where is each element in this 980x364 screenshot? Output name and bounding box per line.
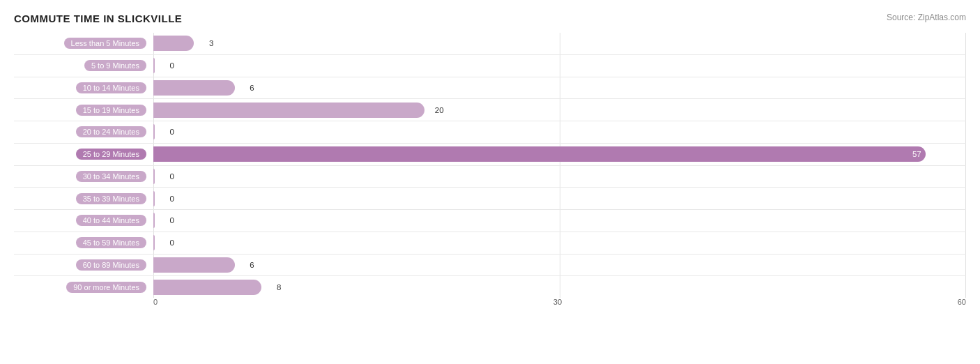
row-label-pill: 40 to 44 Minutes [76, 215, 146, 226]
bar: 3 [153, 36, 194, 51]
chart-body: Less than 5 Minutes35 to 9 Minutes010 to… [14, 33, 966, 314]
bar-value-label: 0 [170, 195, 174, 203]
bar-area: 0 [153, 190, 966, 207]
bar-area: 6 [153, 257, 966, 274]
bar-area: 8 [153, 278, 966, 296]
bar-area: 57 [153, 146, 966, 163]
bar-row: 35 to 39 Minutes0 [14, 188, 966, 210]
bar-row: 30 to 34 Minutes0 [14, 166, 966, 188]
row-label-pill: 30 to 34 Minutes [76, 171, 146, 182]
bar-area: 0 [153, 168, 966, 185]
bar: 0 [153, 169, 155, 184]
chart-header: COMMUTE TIME IN SLICKVILLE Source: ZipAt… [14, 13, 966, 24]
row-label-pill: 35 to 39 Minutes [76, 193, 146, 204]
bar: 0 [153, 124, 155, 139]
rows-area: Less than 5 Minutes35 to 9 Minutes010 to… [14, 33, 966, 298]
row-label-pill: 5 to 9 Minutes [84, 60, 146, 71]
row-label-pill: 90 or more Minutes [66, 282, 146, 293]
label-col: 25 to 29 Minutes [14, 149, 153, 160]
bar-value-label: 57 [912, 150, 921, 158]
bar: 8 [153, 280, 261, 295]
bar: 20 [153, 103, 424, 118]
bar-row: 25 to 29 Minutes57 [14, 144, 966, 166]
bar: 6 [153, 80, 235, 96]
label-col: 60 to 89 Minutes [14, 259, 153, 271]
bar-row: 20 to 24 Minutes0 [14, 121, 966, 144]
bar-row: 15 to 19 Minutes20 [14, 99, 966, 121]
bar-row: 5 to 9 Minutes0 [14, 55, 966, 77]
bar-value-label: 6 [250, 261, 254, 269]
bar-value-label: 0 [170, 61, 174, 70]
bar-area: 0 [153, 57, 966, 75]
chart-container: COMMUTE TIME IN SLICKVILLE Source: ZipAt… [0, 0, 980, 364]
bar-row: 60 to 89 Minutes6 [14, 255, 966, 277]
bar-area: 20 [153, 101, 966, 119]
row-label-pill: 45 to 59 Minutes [76, 237, 146, 248]
bar-row: 45 to 59 Minutes0 [14, 232, 966, 255]
label-col: 35 to 39 Minutes [14, 193, 153, 204]
label-col: 90 or more Minutes [14, 282, 153, 293]
chart-source: Source: ZipAtlas.com [887, 13, 966, 22]
label-col: 10 to 14 Minutes [14, 82, 153, 93]
bar-value-label: 0 [170, 172, 174, 181]
row-label-pill: 20 to 24 Minutes [76, 126, 146, 137]
bar-value-label: 20 [435, 106, 444, 114]
bar: 6 [153, 257, 235, 273]
bar-area: 0 [153, 234, 966, 252]
label-col: Less than 5 Minutes [14, 38, 153, 49]
bar: 0 [153, 235, 155, 250]
label-col: 15 to 19 Minutes [14, 105, 153, 116]
chart-title: COMMUTE TIME IN SLICKVILLE [14, 13, 182, 24]
bar-row: 40 to 44 Minutes0 [14, 210, 966, 232]
row-label-pill: 25 to 29 Minutes [76, 149, 146, 160]
bar-row: Less than 5 Minutes3 [14, 33, 966, 55]
row-label-pill: 15 to 19 Minutes [76, 105, 146, 116]
bar-value-label: 0 [170, 216, 174, 225]
bar-value-label: 0 [170, 128, 174, 136]
label-col: 30 to 34 Minutes [14, 171, 153, 182]
bar: 0 [153, 191, 155, 206]
bar-area: 3 [153, 35, 966, 52]
bar-area: 0 [153, 212, 966, 229]
bar-value-label: 6 [250, 84, 254, 92]
bar-value-label: 8 [277, 283, 281, 291]
row-label-pill: Less than 5 Minutes [64, 38, 146, 49]
bar-row: 10 to 14 Minutes6 [14, 77, 966, 100]
bar-value-label: 3 [209, 39, 213, 47]
x-axis-label: 60 [958, 298, 966, 306]
bar-area: 0 [153, 123, 966, 141]
row-label-pill: 10 to 14 Minutes [76, 82, 146, 93]
label-col: 20 to 24 Minutes [14, 126, 153, 137]
bar-area: 6 [153, 79, 966, 97]
bar: 57 [153, 146, 926, 162]
bar-value-label: 0 [170, 238, 174, 247]
label-col: 5 to 9 Minutes [14, 60, 153, 71]
x-axis-label: 0 [153, 298, 158, 306]
bar: 0 [153, 58, 155, 73]
x-axis: 03060 [153, 298, 966, 314]
bar: 0 [153, 213, 155, 228]
bar-row: 90 or more Minutes8 [14, 276, 966, 298]
label-col: 45 to 59 Minutes [14, 237, 153, 248]
x-axis-label: 30 [553, 298, 562, 306]
row-label-pill: 60 to 89 Minutes [76, 259, 146, 271]
label-col: 40 to 44 Minutes [14, 215, 153, 226]
